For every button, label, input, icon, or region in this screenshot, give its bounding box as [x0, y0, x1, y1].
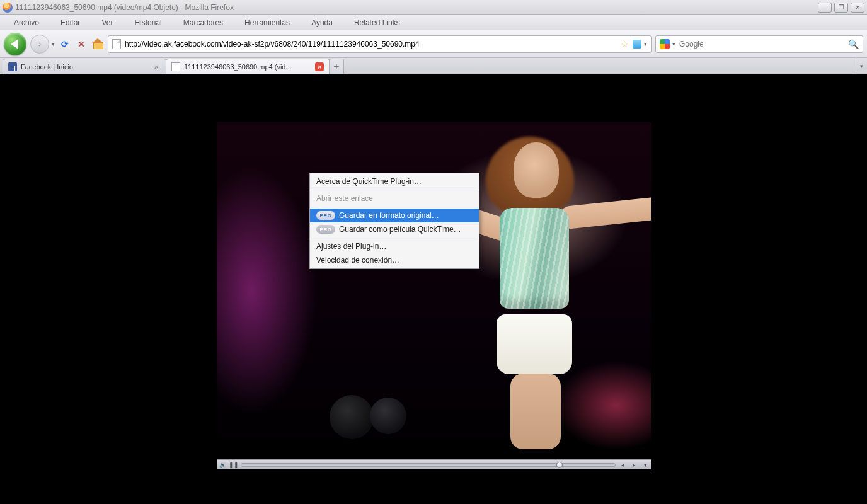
- pro-badge-icon: PRO: [316, 211, 335, 220]
- url-dropdown-icon[interactable]: ▾: [644, 41, 647, 47]
- reload-button[interactable]: ⟳: [59, 38, 71, 50]
- tab-video[interactable]: 1111123946063_50690.mp4 (vid... ✕: [166, 59, 330, 74]
- url-input[interactable]: [125, 40, 617, 49]
- menu-herramientas[interactable]: Herramientas: [234, 17, 300, 28]
- menu-historial[interactable]: Historial: [124, 17, 171, 28]
- google-icon[interactable]: [660, 39, 670, 49]
- ctx-open-link: Abrir este enlace: [310, 192, 479, 205]
- menu-ayuda[interactable]: Ayuda: [301, 17, 343, 28]
- progress-thumb[interactable]: [556, 462, 563, 468]
- menu-editar[interactable]: Editar: [50, 17, 90, 28]
- quicktime-menu-button[interactable]: ▾: [641, 461, 650, 469]
- menu-ver[interactable]: Ver: [91, 17, 123, 28]
- ctx-save-quicktime-movie[interactable]: PRO Guardar como película QuickTime…: [310, 222, 479, 236]
- window-controls: — ❐ ✕: [818, 3, 864, 13]
- tab-close-button[interactable]: ✕: [315, 62, 324, 71]
- step-forward-button[interactable]: ▸: [629, 461, 638, 469]
- search-input[interactable]: [679, 40, 844, 49]
- close-button[interactable]: ✕: [851, 3, 864, 13]
- forward-button[interactable]: [30, 35, 49, 54]
- back-button[interactable]: [4, 33, 26, 55]
- minimize-button[interactable]: —: [818, 3, 832, 13]
- separator: [311, 190, 478, 190]
- bookmark-star-icon[interactable]: ☆: [621, 39, 629, 49]
- home-button[interactable]: [91, 38, 104, 50]
- context-menu: Acerca de QuickTime Plug-in… Abrir este …: [309, 173, 479, 269]
- titlebar: 1111123946063_50690.mp4 (video/mp4 Objet…: [0, 0, 867, 15]
- tab-close-button[interactable]: ✕: [152, 62, 161, 71]
- tab-label: Facebook | Inicio: [21, 63, 73, 71]
- ctx-about-quicktime[interactable]: Acerca de QuickTime Plug-in…: [310, 175, 479, 188]
- pause-button[interactable]: ❚❚: [229, 461, 238, 469]
- content-area: 🔊 ❚❚ ◂ ▸ ▾ Acerca de QuickTime Plug-in… …: [0, 74, 867, 504]
- url-bar[interactable]: ☆ ▾: [108, 35, 652, 53]
- twitter-icon[interactable]: [633, 40, 641, 49]
- search-icon[interactable]: 🔍: [848, 39, 859, 49]
- ctx-connection-speed[interactable]: Velocidad de conexión…: [310, 253, 479, 267]
- history-dropdown-icon[interactable]: ▾: [52, 41, 55, 47]
- menu-related-links[interactable]: Related Links: [344, 17, 410, 28]
- tab-bar: Facebook | Inicio ✕ 1111123946063_50690.…: [0, 58, 867, 74]
- volume-icon[interactable]: 🔊: [218, 461, 227, 469]
- stop-button[interactable]: ✕: [75, 38, 88, 50]
- window-title: 1111123946063_50690.mp4 (video/mp4 Objet…: [15, 3, 234, 12]
- firefox-icon: [3, 3, 13, 13]
- menu-marcadores[interactable]: Marcadores: [173, 17, 233, 28]
- search-bar[interactable]: ▾ 🔍: [655, 35, 863, 53]
- menubar: Archivo Editar Ver Historial Marcadores …: [0, 15, 867, 30]
- progress-track[interactable]: [241, 463, 616, 467]
- new-tab-button[interactable]: +: [329, 59, 344, 74]
- drums-graphic: [330, 382, 443, 439]
- ctx-plugin-settings[interactable]: Ajustes del Plug-in…: [310, 239, 479, 253]
- menu-archivo[interactable]: Archivo: [4, 17, 49, 28]
- ctx-save-source[interactable]: PRO Guardar en formato original…: [310, 209, 479, 222]
- search-engine-dropdown-icon[interactable]: ▾: [672, 41, 675, 47]
- tab-list-button[interactable]: ▾: [856, 58, 867, 74]
- maximize-button[interactable]: ❐: [834, 3, 848, 13]
- quicktime-controls: 🔊 ❚❚ ◂ ▸ ▾: [217, 459, 651, 469]
- facebook-favicon: [8, 62, 17, 71]
- tab-label: 1111123946063_50690.mp4 (vid...: [184, 63, 292, 71]
- separator: [311, 207, 478, 207]
- nav-toolbar: ▾ ⟳ ✕ ☆ ▾ ▾ 🔍: [0, 30, 867, 58]
- tab-facebook[interactable]: Facebook | Inicio ✕: [3, 59, 166, 74]
- step-back-button[interactable]: ◂: [618, 461, 627, 469]
- pro-badge-icon: PRO: [316, 225, 335, 234]
- page-favicon: [171, 62, 180, 71]
- page-favicon: [112, 39, 121, 49]
- separator: [311, 238, 478, 238]
